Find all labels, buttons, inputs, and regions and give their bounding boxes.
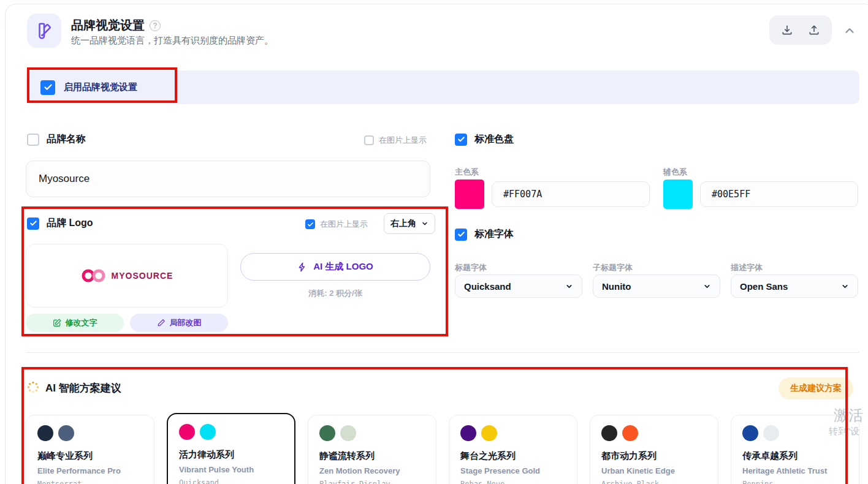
description-font-value: Open Sans — [740, 281, 788, 292]
scheme-font: Playfair Display — [319, 480, 425, 484]
credit-cost-note: 消耗: 2 积分/张 — [240, 288, 430, 299]
scheme-card[interactable]: 舞台之光系列 Stage Presence Gold Bebas Neue — [449, 415, 577, 484]
primary-color-label: 主色系 — [455, 167, 479, 178]
scheme-subtitle: Zen Motion Recovery — [319, 466, 425, 475]
page-title: 品牌视觉设置 ? — [71, 17, 161, 34]
chevron-down-icon — [703, 282, 711, 290]
brand-name-input[interactable] — [26, 161, 430, 197]
scheme-subtitle: Stage Presence Gold — [460, 466, 566, 475]
pencil-icon — [157, 319, 166, 327]
palette-swatch-icon — [27, 13, 61, 48]
help-icon[interactable]: ? — [150, 20, 161, 31]
activation-watermark-line1: 激活 — [834, 406, 863, 425]
edit-text-label: 修改文字 — [66, 317, 97, 328]
page-subtitle: 统一品牌视觉语言，打造具有识别度的品牌资产。 — [71, 35, 273, 47]
generate-suggestions-button[interactable]: 生成建议方案 — [779, 377, 853, 399]
scheme-colors — [460, 425, 566, 441]
color-dot — [763, 425, 779, 441]
scheme-name: 活力律动系列 — [179, 449, 283, 461]
scheme-name: 都市动力系列 — [601, 450, 707, 462]
chevron-down-icon — [841, 282, 849, 290]
fonts-label: 标准字体 — [474, 228, 514, 241]
scheme-name: 传承卓越系列 — [742, 450, 848, 462]
lightning-icon — [297, 262, 307, 272]
color-dot — [179, 424, 195, 440]
chevron-up-icon[interactable] — [841, 22, 858, 39]
scheme-name: 舞台之光系列 — [460, 450, 566, 462]
ai-generate-logo-button[interactable]: AI 生成 LOGO — [240, 253, 430, 281]
brand-logo-header: 品牌 Logo — [27, 217, 93, 230]
scheme-subtitle: Heritage Athletic Trust — [742, 466, 848, 475]
page-title-text: 品牌视觉设置 — [71, 17, 145, 34]
title-font-select[interactable]: Quicksand — [455, 274, 582, 298]
primary-color-input[interactable] — [492, 181, 650, 207]
description-font-label: 描述字体 — [731, 262, 763, 273]
scheme-colors — [319, 425, 425, 441]
primary-color-swatch[interactable] — [455, 180, 484, 209]
subtitle-font-select[interactable]: Nunito — [593, 274, 720, 298]
ai-suggestions-title: AI 智能方案建议 — [45, 381, 121, 395]
download-icon[interactable] — [778, 21, 796, 39]
scheme-font: Archivo Black — [601, 480, 707, 484]
secondary-color-swatch[interactable] — [663, 180, 693, 209]
color-dot — [460, 425, 476, 441]
color-palette-header: 标准色盘 — [455, 133, 514, 146]
scheme-font: Bebas Neue — [460, 480, 566, 484]
title-font-value: Quicksand — [464, 281, 511, 292]
logo-position-value: 右上角 — [390, 218, 416, 229]
brand-name-show-checkbox[interactable] — [364, 135, 374, 145]
color-dot — [58, 425, 74, 441]
scheme-colors — [179, 424, 283, 440]
section-divider — [26, 352, 859, 353]
brand-name-header: 品牌名称 — [27, 133, 86, 146]
color-palette-label: 标准色盘 — [474, 133, 514, 146]
brand-logo-checkbox[interactable] — [27, 217, 39, 230]
scheme-card-selected[interactable]: 活力律动系列 Vibrant Pulse Youth Quicksand — [167, 413, 295, 484]
brand-name-label: 品牌名称 — [47, 133, 86, 146]
color-dot — [742, 425, 758, 441]
enable-banner: 启用品牌视觉设置 — [26, 70, 859, 104]
fonts-header: 标准字体 — [455, 228, 514, 241]
scheme-card[interactable]: 都市动力系列 Urban Kinetic Edge Archivo Black — [590, 415, 718, 484]
scheme-card[interactable]: 静谧流转系列 Zen Motion Recovery Playfair Disp… — [308, 415, 436, 484]
scheme-subtitle: Vibrant Pulse Youth — [179, 465, 283, 474]
scheme-colors — [37, 425, 143, 441]
color-dot — [340, 425, 356, 441]
logo-position-select[interactable]: 右上角 — [384, 213, 435, 234]
fonts-checkbox[interactable] — [455, 229, 467, 241]
scheme-card[interactable]: 巅峰专业系列 Elite Performance Pro Montserrat — [26, 415, 154, 484]
scheme-name: 静谧流转系列 — [319, 450, 425, 462]
scheme-subtitle: Elite Performance Pro — [37, 466, 143, 475]
secondary-color-input[interactable] — [700, 181, 858, 207]
edit-text-button[interactable]: 修改文字 — [26, 314, 124, 332]
infinity-logo-icon — [81, 268, 107, 283]
enable-label: 启用品牌视觉设置 — [64, 81, 137, 93]
upload-icon[interactable] — [805, 21, 823, 39]
enable-checkbox[interactable] — [40, 80, 55, 95]
scheme-font: Quicksand — [179, 478, 283, 484]
brand-logo-show-checkbox[interactable] — [305, 219, 315, 229]
color-dot — [37, 425, 53, 441]
color-palette-checkbox[interactable] — [455, 134, 467, 146]
color-dot — [481, 425, 497, 441]
color-dot — [601, 425, 617, 441]
scheme-colors — [601, 425, 707, 441]
subtitle-font-value: Nunito — [602, 281, 631, 292]
spinner-icon — [27, 381, 39, 396]
brand-name-show-label: 在图片上显示 — [379, 135, 427, 146]
description-font-select[interactable]: Open Sans — [731, 274, 858, 298]
activation-watermark-line2: 转到"设 — [829, 426, 859, 437]
chevron-down-icon — [421, 220, 428, 227]
scheme-font: Poppins — [742, 480, 848, 484]
brand-logo-preview[interactable]: MYOSOURCE — [26, 244, 228, 308]
brand-logo-show-label: 在图片上显示 — [320, 219, 368, 230]
brand-name-show-on-image: 在图片上显示 — [364, 135, 427, 146]
brand-logo-label: 品牌 Logo — [47, 217, 93, 230]
chevron-down-icon — [565, 282, 573, 290]
ai-generate-logo-label: AI 生成 LOGO — [313, 261, 373, 273]
brand-name-checkbox[interactable] — [27, 134, 39, 146]
edit-square-icon — [53, 319, 61, 327]
scheme-cards: 巅峰专业系列 Elite Performance Pro Montserrat … — [26, 415, 859, 484]
color-dot — [200, 424, 216, 440]
partial-edit-button[interactable]: 局部改图 — [130, 314, 228, 332]
